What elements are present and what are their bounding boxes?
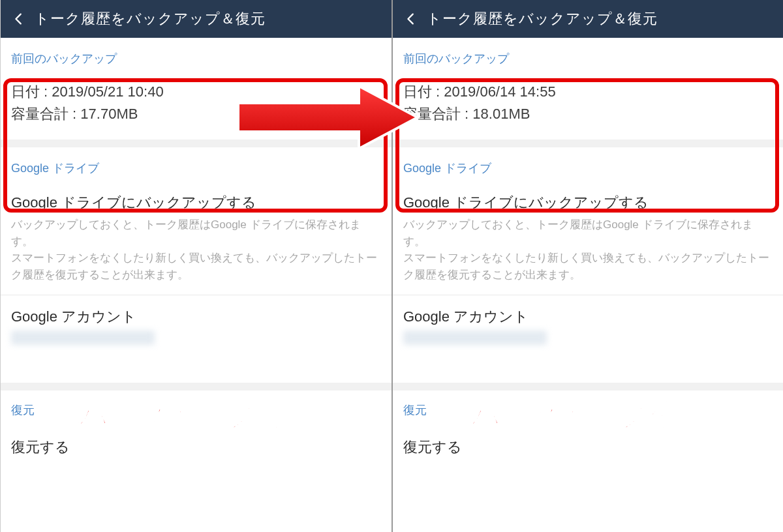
last-backup-label: 前回のバックアップ <box>1 38 392 74</box>
restore-label: 復元 <box>393 391 783 426</box>
backup-size: 容量合計 : 17.70MB <box>11 103 381 125</box>
gdrive-backup-desc: バックアップしておくと、トーク履歴はGoogle ドライブに保存されます。 スマ… <box>393 216 783 295</box>
restore-button[interactable]: 復元する <box>1 426 392 461</box>
app-header: トーク履歴をバックアップ＆復元 <box>1 0 392 38</box>
chevron-left-icon <box>404 12 418 26</box>
gdrive-backup-button[interactable]: Google ドライブにバックアップする <box>393 184 783 216</box>
google-account-row[interactable]: Google アカウント <box>393 295 783 331</box>
google-account-row[interactable]: Google アカウント <box>1 295 392 331</box>
backup-size: 容量合計 : 18.01MB <box>403 103 773 125</box>
backup-info: 日付 : 2019/05/21 10:40 容量合計 : 17.70MB <box>1 74 392 140</box>
google-drive-label: Google ドライブ <box>393 147 783 184</box>
backup-info: 日付 : 2019/06/14 14:55 容量合計 : 18.01MB <box>393 74 783 140</box>
backup-date: 日付 : 2019/06/14 14:55 <box>403 81 773 103</box>
header-title: トーク履歴をバックアップ＆復元 <box>427 9 658 29</box>
chevron-left-icon <box>12 12 26 26</box>
google-drive-label: Google ドライブ <box>1 147 392 184</box>
gdrive-backup-button[interactable]: Google ドライブにバックアップする <box>1 184 392 216</box>
last-backup-label: 前回のバックアップ <box>393 38 783 74</box>
panel-after: トーク履歴をバックアップ＆復元 前回のバックアップ 日付 : 2019/06/1… <box>392 0 783 532</box>
restore-label: 復元 <box>1 391 392 426</box>
header-title: トーク履歴をバックアップ＆復元 <box>35 9 266 29</box>
back-button[interactable] <box>399 7 423 31</box>
restore-button[interactable]: 復元する <box>393 426 783 461</box>
panel-before: トーク履歴をバックアップ＆復元 前回のバックアップ 日付 : 2019/05/2… <box>0 0 392 532</box>
app-header: トーク履歴をバックアップ＆復元 <box>393 0 783 38</box>
backup-date: 日付 : 2019/05/21 10:40 <box>11 81 381 103</box>
gdrive-backup-desc: バックアップしておくと、トーク履歴はGoogle ドライブに保存されます。 スマ… <box>1 216 392 295</box>
google-account-value <box>393 331 783 350</box>
google-account-value <box>1 331 392 350</box>
back-button[interactable] <box>7 7 31 31</box>
